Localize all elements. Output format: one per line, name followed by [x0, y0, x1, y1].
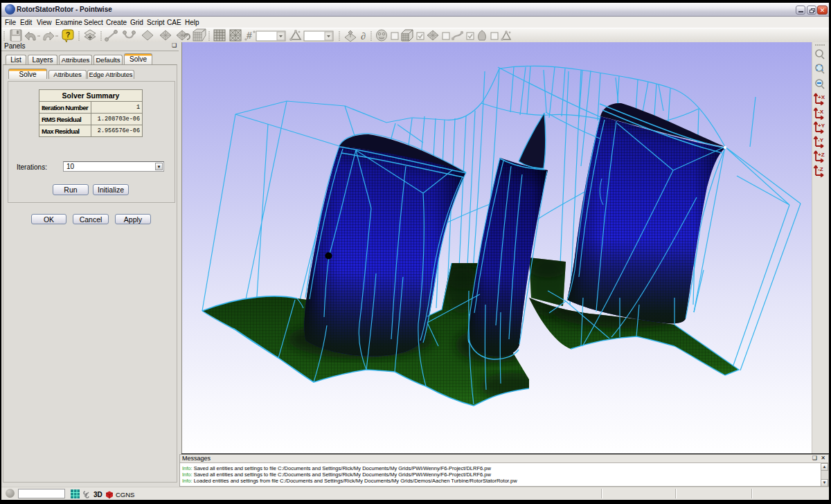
svg-text:?: ? [66, 30, 71, 39]
svg-text:+X: +X [818, 94, 825, 100]
svg-text:-X: -X [818, 109, 824, 115]
svg-text:CGNS: CGNS [116, 491, 134, 498]
svg-text:+Z: +Z [818, 152, 825, 158]
svg-text:3D: 3D [93, 491, 102, 498]
svg-text:#: # [247, 30, 252, 41]
svg-text:-Y: -Y [818, 137, 824, 143]
svg-text:+Y: +Y [818, 123, 825, 129]
svg-text:∂: ∂ [361, 31, 366, 42]
svg-text:-Z: -Z [818, 166, 823, 172]
